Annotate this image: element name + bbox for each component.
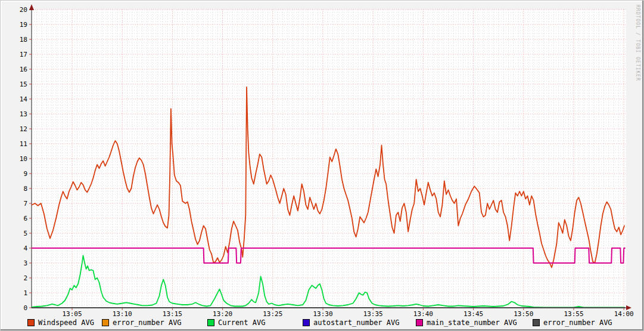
windspeed-swatch-icon xyxy=(27,319,35,326)
chart-legend: Windspeed AVG error_number AVG Current A… xyxy=(1,318,643,328)
y-tick-label: 17 xyxy=(20,51,27,58)
y-tick-label: 5 xyxy=(23,230,27,237)
legend-label: autostart_number AVG xyxy=(313,318,400,327)
y-tick-label: 8 xyxy=(23,185,27,193)
y-tick-label: 0 xyxy=(23,304,27,312)
x-tick-label: 13:20 xyxy=(213,310,232,318)
y-tick-label: 14 xyxy=(20,95,28,103)
current-swatch-icon xyxy=(207,319,214,326)
legend-item-windspeed: Windspeed AVG xyxy=(27,318,94,327)
legend-label: error_number AVG xyxy=(113,318,182,327)
x-tick-label: 13:25 xyxy=(263,310,282,318)
legend-item-error-number-1: error_number AVG xyxy=(102,318,182,327)
error-number-2-swatch-icon xyxy=(533,319,540,326)
y-tick-label: 20 xyxy=(20,6,27,14)
main-state-number-swatch-icon xyxy=(416,319,423,326)
x-tick-label: 13:30 xyxy=(313,310,332,318)
autostart-number-swatch-icon xyxy=(303,319,310,326)
legend-label: Windspeed AVG xyxy=(38,318,94,327)
x-axis-arrow-icon xyxy=(626,305,631,310)
y-tick-label: 15 xyxy=(20,81,27,88)
y-tick-label: 4 xyxy=(23,245,27,252)
x-tick-label: 13:55 xyxy=(564,310,583,318)
x-tick-label: 13:05 xyxy=(62,310,82,318)
y-tick-label: 9 xyxy=(23,170,27,178)
y-tick-label: 12 xyxy=(20,125,27,133)
y-tick-label: 19 xyxy=(20,21,27,29)
x-tick-label: 13:10 xyxy=(113,310,132,318)
y-tick-label: 16 xyxy=(20,66,27,73)
legend-item-current: Current AVG xyxy=(207,318,265,327)
legend-label: main_state_number AVG xyxy=(427,318,517,327)
rrdtool-watermark: RRDTOOL / TOBI OETIKER xyxy=(635,5,640,81)
chart-plot-area: 13:0513:1013:1513:2013:2513:3013:3513:40… xyxy=(1,1,644,331)
error-number-swatch-icon xyxy=(102,319,109,326)
y-tick-label: 13 xyxy=(20,110,27,118)
legend-label: Current AVG xyxy=(218,318,265,327)
x-tick-label: 13:45 xyxy=(463,310,483,318)
legend-item-error-number-2: error_number AVG xyxy=(533,318,612,327)
y-tick-label: 18 xyxy=(20,36,27,44)
y-tick-label: 2 xyxy=(23,274,27,282)
legend-label: error_number AVG xyxy=(543,318,612,327)
x-tick-label: 13:50 xyxy=(514,310,533,318)
y-tick-label: 3 xyxy=(23,259,27,267)
x-tick-label: 13:35 xyxy=(363,310,383,318)
rrdtool-graph: 13:0513:1013:1513:2013:2513:3013:3513:40… xyxy=(0,0,644,331)
y-tick-label: 11 xyxy=(20,140,27,148)
y-tick-label: 7 xyxy=(23,200,27,208)
x-tick-label: 13:40 xyxy=(413,310,433,318)
x-tick-label: 13:15 xyxy=(163,310,182,318)
y-tick-label: 10 xyxy=(20,155,27,163)
y-tick-label: 1 xyxy=(23,289,27,297)
legend-item-main-state-number: main_state_number AVG xyxy=(416,318,517,327)
x-tick-label: 14:00 xyxy=(614,310,634,318)
y-axis-arrow-icon xyxy=(29,4,34,10)
y-tick-label: 6 xyxy=(23,215,27,222)
legend-item-autostart-number: autostart_number AVG xyxy=(303,318,400,327)
